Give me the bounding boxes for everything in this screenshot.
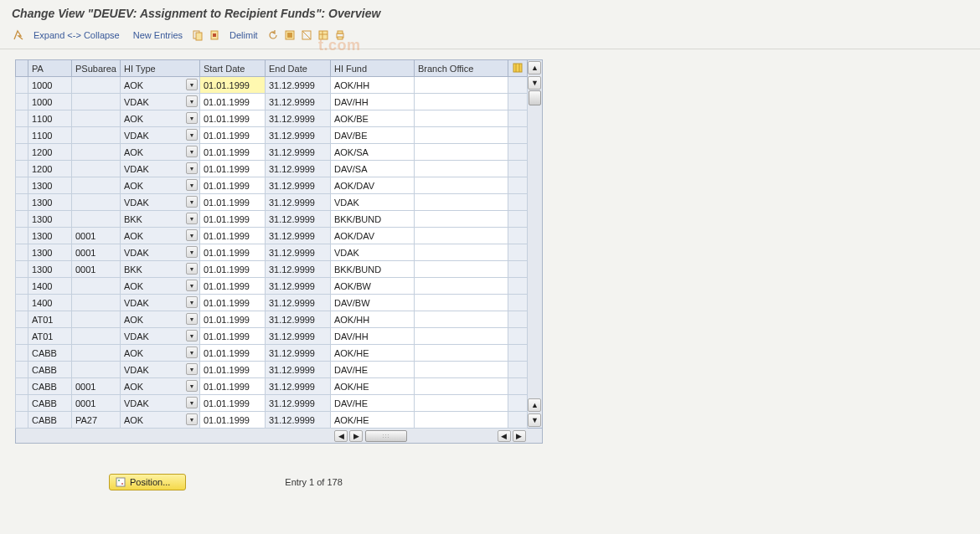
cell-hi-type[interactable]: VDAK▼	[120, 362, 199, 378]
row-selector[interactable]	[16, 211, 28, 228]
cell-hi-type[interactable]: AOK▼	[120, 412, 199, 429]
cell-start-date[interactable]: 01.01.1999	[199, 295, 265, 311]
cell-end-date[interactable]: 31.12.9999	[265, 228, 330, 244]
dropdown-icon[interactable]: ▼	[186, 162, 198, 174]
row-selector[interactable]	[16, 412, 28, 429]
cell-branch-office[interactable]	[414, 412, 508, 429]
cell-start-date[interactable]: 01.01.1999	[199, 194, 265, 211]
cell-hi-fund[interactable]: DAV/HH	[330, 328, 414, 345]
cell-hi-type[interactable]: AOK▼	[120, 311, 199, 328]
expand-collapse-link[interactable]: Expand <-> Collapse	[28, 30, 125, 40]
dropdown-icon[interactable]: ▼	[186, 347, 198, 358]
cell-hi-fund[interactable]: BKK/BUND	[330, 211, 414, 228]
col-start-date[interactable]: Start Date	[199, 60, 265, 77]
cell-psubarea[interactable]	[72, 295, 121, 311]
cell-pa[interactable]: 1200	[28, 144, 72, 161]
hscroll-left-icon[interactable]: ◀	[334, 430, 348, 442]
cell-branch-office[interactable]	[414, 378, 508, 395]
copy-as-icon[interactable]	[208, 28, 221, 42]
cell-branch-office[interactable]	[414, 194, 508, 211]
cell-pa[interactable]: CABB	[28, 412, 72, 429]
cell-branch-office[interactable]	[414, 177, 508, 194]
cell-pa[interactable]: 1300	[28, 244, 72, 261]
row-selector[interactable]	[16, 362, 28, 378]
dropdown-icon[interactable]: ▼	[186, 112, 198, 124]
cell-pa[interactable]: 1400	[28, 295, 72, 311]
cell-psubarea[interactable]: 0001	[72, 261, 121, 278]
cell-start-date[interactable]: 01.01.1999	[199, 161, 265, 177]
cell-psubarea[interactable]	[72, 94, 121, 110]
deselect-all-icon[interactable]	[300, 28, 313, 42]
cell-start-date[interactable]: 01.01.1999	[199, 395, 265, 412]
cell-psubarea[interactable]	[72, 194, 121, 211]
row-selector[interactable]	[16, 378, 28, 395]
cell-end-date[interactable]: 31.12.9999	[265, 244, 330, 261]
cell-branch-office[interactable]	[414, 395, 508, 412]
cell-psubarea[interactable]: 0001	[72, 378, 121, 395]
cell-pa[interactable]: CABB	[28, 395, 72, 412]
cell-hi-type[interactable]: AOK▼	[120, 345, 199, 362]
cell-hi-fund[interactable]: VDAK	[330, 244, 414, 261]
cell-pa[interactable]: CABB	[28, 378, 72, 395]
cell-hi-fund[interactable]: AOK/HH	[330, 311, 414, 328]
row-selector[interactable]	[16, 161, 28, 177]
cell-branch-office[interactable]	[414, 94, 508, 110]
cell-hi-fund[interactable]: DAV/SA	[330, 161, 414, 177]
cell-psubarea[interactable]: 0001	[72, 244, 121, 261]
cell-hi-fund[interactable]: AOK/BW	[330, 278, 414, 295]
cell-pa[interactable]: CABB	[28, 345, 72, 362]
row-selector[interactable]	[16, 395, 28, 412]
cell-start-date[interactable]: 01.01.1999	[199, 261, 265, 278]
dropdown-icon[interactable]: ▼	[186, 280, 198, 291]
cell-end-date[interactable]: 31.12.9999	[265, 345, 330, 362]
cell-hi-type[interactable]: BKK▼	[120, 211, 199, 228]
select-all-icon[interactable]	[283, 28, 297, 42]
col-branch-office[interactable]: Branch Office	[414, 60, 508, 77]
row-selector[interactable]	[16, 94, 28, 110]
cell-start-date[interactable]: 01.01.1999	[199, 77, 265, 94]
hscroll-right-icon[interactable]: ▶	[349, 430, 363, 442]
cell-end-date[interactable]: 31.12.9999	[265, 328, 330, 345]
dropdown-icon[interactable]: ▼	[186, 363, 198, 375]
cell-pa[interactable]: 1000	[28, 94, 72, 110]
cell-end-date[interactable]: 31.12.9999	[265, 77, 330, 94]
cell-end-date[interactable]: 31.12.9999	[265, 110, 330, 127]
scroll-down-icon[interactable]: ▼	[528, 76, 541, 90]
cell-hi-type[interactable]: AOK▼	[120, 110, 199, 127]
cell-psubarea[interactable]	[72, 161, 121, 177]
cell-start-date[interactable]: 01.01.1999	[199, 378, 265, 395]
row-selector[interactable]	[16, 278, 28, 295]
cell-end-date[interactable]: 31.12.9999	[265, 211, 330, 228]
row-selector[interactable]	[16, 345, 28, 362]
cell-start-date[interactable]: 01.01.1999	[199, 244, 265, 261]
cell-hi-type[interactable]: VDAK▼	[120, 295, 199, 311]
cell-psubarea[interactable]	[72, 278, 121, 295]
cell-pa[interactable]: 1200	[28, 161, 72, 177]
col-hi-type[interactable]: HI Type	[120, 60, 199, 77]
cell-pa[interactable]: 1300	[28, 211, 72, 228]
scroll-track[interactable]	[528, 90, 542, 398]
cell-hi-fund[interactable]: DAV/BW	[330, 295, 414, 311]
cell-psubarea[interactable]: 0001	[72, 395, 121, 412]
cell-branch-office[interactable]	[414, 110, 508, 127]
cell-psubarea[interactable]	[72, 110, 121, 127]
cell-hi-fund[interactable]: DAV/BE	[330, 127, 414, 144]
cell-hi-fund[interactable]: DAV/HE	[330, 362, 414, 378]
row-selector[interactable]	[16, 177, 28, 194]
col-end-date[interactable]: End Date	[265, 60, 330, 77]
cell-hi-type[interactable]: VDAK▼	[120, 161, 199, 177]
cell-branch-office[interactable]	[414, 362, 508, 378]
cell-end-date[interactable]: 31.12.9999	[265, 194, 330, 211]
cell-hi-fund[interactable]: AOK/BE	[330, 110, 414, 127]
cell-end-date[interactable]: 31.12.9999	[265, 311, 330, 328]
dropdown-icon[interactable]: ▼	[186, 246, 198, 258]
cell-pa[interactable]: 1300	[28, 177, 72, 194]
cell-start-date[interactable]: 01.01.1999	[199, 211, 265, 228]
cell-end-date[interactable]: 31.12.9999	[265, 395, 330, 412]
vertical-scrollbar[interactable]: ▲ ▼ ▲ ▼	[528, 59, 543, 429]
dropdown-icon[interactable]: ▼	[186, 330, 198, 341]
cell-psubarea[interactable]: PA27	[72, 412, 121, 429]
cell-end-date[interactable]: 31.12.9999	[265, 362, 330, 378]
cell-end-date[interactable]: 31.12.9999	[265, 261, 330, 278]
row-selector[interactable]	[16, 144, 28, 161]
